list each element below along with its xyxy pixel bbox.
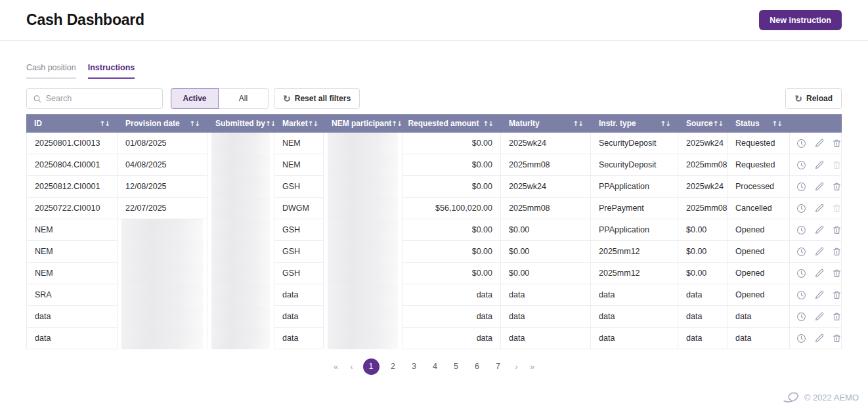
- filter-active-button[interactable]: Active: [171, 88, 219, 109]
- delete-button[interactable]: [832, 269, 842, 278]
- cell-actions: [790, 241, 842, 263]
- column-header-market[interactable]: Market↑↓: [274, 114, 324, 133]
- cell-market: GSH: [274, 176, 324, 198]
- history-button[interactable]: [796, 225, 806, 235]
- pagination-page-4[interactable]: 4: [428, 358, 443, 375]
- cell-instr_type: SecurityDeposit: [591, 133, 678, 154]
- search-box[interactable]: [26, 88, 163, 109]
- redacted-value: [328, 306, 398, 328]
- edit-button[interactable]: [814, 225, 824, 235]
- cell-actions: [790, 306, 842, 328]
- sort-icon[interactable]: ↑↓: [771, 119, 782, 127]
- reload-icon: ↻: [283, 94, 291, 103]
- sort-icon[interactable]: ↑↓: [573, 119, 583, 127]
- sort-icon[interactable]: ↑↓: [99, 119, 110, 127]
- cell-instr_type: PPApplication: [591, 219, 678, 241]
- sort-icon[interactable]: ↑↓: [391, 119, 402, 127]
- delete-button: [832, 160, 842, 170]
- cell-source: $0.00: [678, 263, 727, 284]
- cell-submitted_by: [207, 133, 274, 154]
- clock-icon: [796, 312, 806, 322]
- delete-button[interactable]: [832, 334, 842, 343]
- trash-icon: [832, 160, 842, 170]
- pagination-prev[interactable]: ‹: [347, 362, 357, 372]
- column-header-provision_date[interactable]: Provision date↑↓: [118, 114, 207, 133]
- filter-all-button[interactable]: All: [218, 88, 269, 109]
- delete-button[interactable]: [832, 290, 842, 300]
- history-button[interactable]: [796, 204, 806, 213]
- history-button[interactable]: [796, 334, 806, 343]
- cell-maturity: 2025wk24: [501, 133, 591, 154]
- column-header-nem_participant[interactable]: NEM participant↑↓: [324, 114, 402, 133]
- column-header-source[interactable]: Source↑↓: [678, 114, 727, 133]
- pencil-icon: [814, 312, 824, 322]
- cell-requested_amount: data: [402, 284, 501, 306]
- pagination-page-7[interactable]: 7: [491, 358, 506, 375]
- edit-button[interactable]: [814, 204, 824, 213]
- footer: © 2022 AEMO: [783, 392, 859, 403]
- history-button[interactable]: [796, 139, 806, 148]
- cell-id: SRA: [26, 284, 118, 306]
- cell-instr_type: data: [591, 328, 678, 349]
- pagination-page-3[interactable]: 3: [407, 358, 422, 375]
- history-button[interactable]: [796, 290, 806, 300]
- cell-source: data: [678, 328, 727, 349]
- pagination-next[interactable]: ›: [512, 362, 521, 372]
- table-row: NEMGSH$0.00$0.002025mm12$0.00Opened: [26, 263, 842, 284]
- edit-button[interactable]: [814, 139, 824, 148]
- history-button[interactable]: [796, 269, 806, 278]
- column-header-maturity[interactable]: Maturity↑↓: [501, 114, 591, 133]
- pagination-first[interactable]: «: [332, 362, 341, 372]
- delete-button[interactable]: [832, 225, 842, 235]
- edit-button[interactable]: [814, 334, 824, 343]
- redacted-value: [211, 198, 270, 219]
- cell-market: DWGM: [274, 198, 324, 219]
- sort-icon[interactable]: ↑↓: [308, 119, 318, 127]
- edit-button[interactable]: [814, 290, 824, 300]
- delete-button[interactable]: [832, 312, 842, 322]
- new-instruction-button[interactable]: New instruction: [759, 10, 842, 30]
- sort-icon[interactable]: ↑↓: [660, 119, 670, 127]
- edit-button[interactable]: [814, 247, 824, 257]
- history-button[interactable]: [796, 182, 806, 192]
- pencil-icon: [814, 269, 824, 278]
- reload-button[interactable]: ↻ Reload: [785, 88, 842, 109]
- cell-status: Opened: [727, 284, 790, 306]
- column-header-status[interactable]: Status↑↓: [727, 114, 790, 133]
- sort-icon[interactable]: ↑↓: [483, 119, 493, 127]
- pagination-last[interactable]: »: [528, 362, 537, 372]
- sort-icon[interactable]: ↑↓: [265, 119, 274, 127]
- history-button[interactable]: [796, 247, 806, 257]
- column-header-id[interactable]: ID↑↓: [26, 114, 118, 133]
- delete-button[interactable]: [832, 139, 842, 148]
- cell-market: GSH: [274, 241, 324, 263]
- cell-id: NEM: [26, 241, 118, 263]
- column-header-submitted_by[interactable]: Submitted by↑↓: [207, 114, 274, 133]
- edit-button[interactable]: [814, 312, 824, 322]
- redacted-value: [121, 241, 203, 263]
- reset-filters-button[interactable]: ↻ Reset all filters: [274, 88, 360, 109]
- tab-cash-position[interactable]: Cash position: [26, 63, 76, 79]
- pagination-page-5[interactable]: 5: [449, 358, 464, 375]
- delete-button[interactable]: [832, 247, 842, 257]
- pencil-icon: [814, 182, 824, 192]
- sort-icon[interactable]: ↑↓: [189, 119, 200, 127]
- search-input[interactable]: [46, 94, 156, 103]
- history-button[interactable]: [796, 312, 806, 322]
- edit-button[interactable]: [814, 269, 824, 278]
- cell-instr_type: 2025mm12: [591, 241, 678, 263]
- redacted-value: [211, 133, 270, 154]
- column-header-requested_amount[interactable]: Requested amount↑↓: [402, 114, 501, 133]
- pagination-page-1[interactable]: 1: [363, 358, 380, 375]
- edit-button[interactable]: [814, 182, 824, 192]
- redacted-value: [211, 263, 270, 284]
- tab-instructions[interactable]: Instructions: [88, 63, 135, 79]
- edit-button[interactable]: [814, 160, 824, 170]
- sort-icon[interactable]: ↑↓: [713, 119, 724, 127]
- pagination-page-6[interactable]: 6: [470, 358, 485, 375]
- column-header-instr_type[interactable]: Instr. type↑↓: [591, 114, 678, 133]
- cell-submitted_by: [207, 219, 274, 241]
- delete-button[interactable]: [832, 182, 842, 192]
- history-button[interactable]: [796, 160, 806, 170]
- pagination-page-2[interactable]: 2: [386, 358, 401, 375]
